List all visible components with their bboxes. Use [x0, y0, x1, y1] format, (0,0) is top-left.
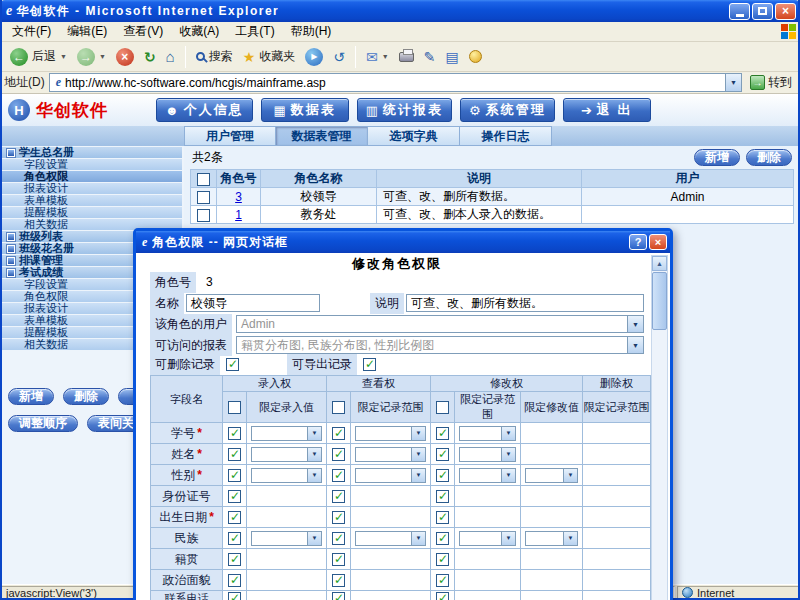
search-button[interactable]: 搜索 [192, 46, 237, 67]
back-button[interactable]: ← 后退 ▼ [6, 46, 71, 68]
menu-view[interactable]: 查看(V) [115, 21, 171, 42]
select-all-checkbox[interactable] [228, 401, 241, 414]
can-delete-checkbox[interactable] [226, 358, 239, 371]
row-checkbox[interactable] [197, 191, 210, 204]
dialog-close-button[interactable]: × [649, 234, 667, 250]
edit-button[interactable]: ✎ [420, 48, 440, 66]
perm-checkbox[interactable] [228, 511, 241, 524]
tab-user-management[interactable]: 用户管理 [184, 126, 276, 146]
perm-checkbox[interactable] [436, 592, 449, 600]
role-users-combo[interactable]: Admin ▼ [236, 315, 644, 333]
perm-checkbox[interactable] [332, 553, 345, 566]
perm-checkbox[interactable] [436, 511, 449, 524]
refresh-button[interactable]: ↻ [140, 48, 160, 66]
messenger-button[interactable] [465, 48, 486, 65]
chevron-down-icon[interactable]: ▼ [99, 53, 106, 60]
tab-operation-log[interactable]: 操作日志 [460, 126, 552, 146]
perm-checkbox[interactable] [228, 490, 241, 503]
favorites-button[interactable]: ★ 收藏夹 [239, 46, 300, 67]
perm-checkbox[interactable] [436, 574, 449, 587]
tab-datatable-management[interactable]: 数据表管理 [276, 126, 368, 146]
menu-file[interactable]: 文件(F) [4, 21, 59, 42]
perm-checkbox[interactable] [436, 532, 449, 545]
perm-checkbox[interactable] [332, 574, 345, 587]
sidebar-item[interactable]: 提醒模板 [2, 207, 182, 218]
home-button[interactable]: ⌂ [162, 48, 179, 66]
role-add-button[interactable]: 新增 [694, 149, 740, 166]
limit-select[interactable] [525, 468, 578, 483]
limit-select[interactable] [459, 426, 516, 441]
role-id-link[interactable]: 1 [235, 208, 242, 222]
limit-select[interactable] [525, 531, 578, 546]
mail-button[interactable]: ✉ ▼ [362, 48, 393, 66]
perm-checkbox[interactable] [332, 532, 345, 545]
chevron-down-icon[interactable]: ▼ [382, 53, 389, 60]
limit-select[interactable] [355, 447, 426, 462]
close-button[interactable]: × [775, 3, 796, 20]
select-all-checkbox[interactable] [332, 401, 345, 414]
perm-checkbox[interactable] [436, 469, 449, 482]
history-button[interactable]: ↺ [329, 48, 349, 66]
limit-select[interactable] [251, 447, 322, 462]
scroll-up-icon[interactable]: ▲ [652, 256, 667, 271]
role-desc-input[interactable]: 可查、改、删所有数据。 [406, 294, 644, 312]
perm-checkbox[interactable] [228, 532, 241, 545]
perm-checkbox[interactable] [332, 469, 345, 482]
limit-select[interactable] [459, 531, 516, 546]
sidebar-item[interactable]: 学生总名册 [2, 147, 182, 158]
perm-checkbox[interactable] [228, 553, 241, 566]
dialog-help-button[interactable]: ? [629, 234, 647, 250]
limit-select[interactable] [459, 447, 516, 462]
chevron-down-icon[interactable]: ▼ [627, 316, 643, 332]
print-button[interactable] [395, 50, 418, 64]
perm-checkbox[interactable] [332, 490, 345, 503]
sidebar-add-button[interactable]: 新增 [8, 388, 54, 405]
sidebar-item[interactable]: 表单模板 [2, 195, 182, 206]
limit-select[interactable] [459, 468, 516, 483]
limit-select[interactable] [251, 468, 322, 483]
nav-exit-button[interactable]: ➔退 出 [563, 98, 651, 122]
select-all-checkbox[interactable] [197, 173, 210, 186]
perm-checkbox[interactable] [228, 427, 241, 440]
media-button[interactable]: ▶ [301, 46, 327, 68]
address-dropdown-icon[interactable]: ▼ [725, 74, 741, 91]
sidebar-reorder-button[interactable]: 调整顺序 [8, 415, 78, 432]
perm-checkbox[interactable] [436, 448, 449, 461]
menu-edit[interactable]: 编辑(E) [59, 21, 115, 42]
limit-select[interactable] [251, 426, 322, 441]
perm-checkbox[interactable] [228, 592, 241, 600]
limit-select[interactable] [355, 531, 426, 546]
sidebar-item[interactable]: 角色权限 [2, 171, 182, 182]
sidebar-item[interactable]: 报表设计 [2, 183, 182, 194]
role-delete-button[interactable]: 删除 [746, 149, 792, 166]
menu-tools[interactable]: 工具(T) [227, 21, 282, 42]
forward-button[interactable]: → ▼ [73, 46, 110, 68]
minimize-button[interactable] [729, 3, 750, 20]
role-id-link[interactable]: 3 [235, 190, 242, 204]
perm-checkbox[interactable] [228, 469, 241, 482]
perm-checkbox[interactable] [436, 490, 449, 503]
address-url[interactable]: http://www.hc-software.com/hcgis/mainfra… [65, 76, 725, 90]
reports-combo[interactable]: 籍贯分布图, 民族分布图, 性别比例图 ▼ [236, 336, 644, 354]
sidebar-delete-button[interactable]: 删除 [63, 388, 109, 405]
perm-checkbox[interactable] [436, 553, 449, 566]
perm-checkbox[interactable] [332, 592, 345, 600]
perm-checkbox[interactable] [332, 427, 345, 440]
scrollbar-thumb[interactable] [652, 272, 667, 330]
limit-select[interactable] [355, 426, 426, 441]
select-all-checkbox[interactable] [436, 401, 449, 414]
perm-checkbox[interactable] [332, 448, 345, 461]
limit-select[interactable] [355, 468, 426, 483]
discuss-button[interactable]: ▤ [441, 48, 462, 66]
nav-system-admin-button[interactable]: ⚙系统管理 [460, 98, 555, 122]
can-export-checkbox[interactable] [363, 358, 376, 371]
nav-data-tables-button[interactable]: ▦数据表 [261, 98, 349, 122]
tab-option-dictionary[interactable]: 选项字典 [368, 126, 460, 146]
dialog-scrollbar[interactable]: ▲ ▼ [651, 255, 668, 600]
limit-select[interactable] [251, 531, 322, 546]
go-button[interactable]: → 转到 [746, 74, 796, 91]
stop-button[interactable]: × [112, 46, 138, 68]
chevron-down-icon[interactable]: ▼ [60, 53, 67, 60]
row-checkbox[interactable] [197, 209, 210, 222]
perm-checkbox[interactable] [332, 511, 345, 524]
